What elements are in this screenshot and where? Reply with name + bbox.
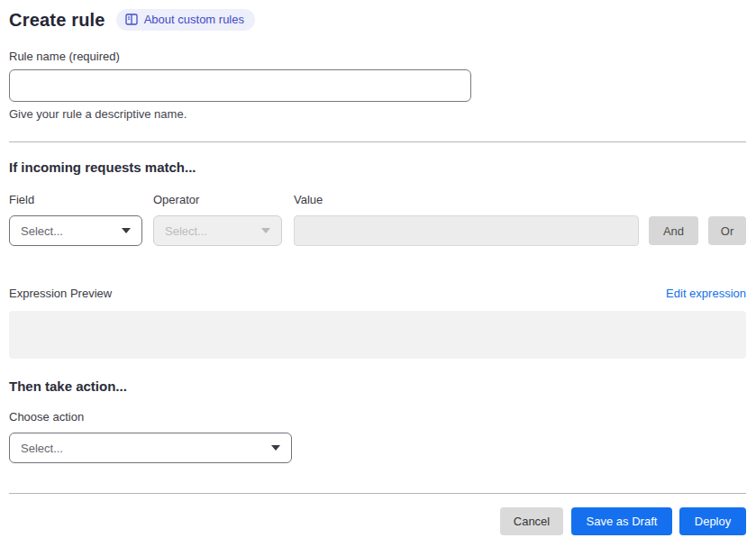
footer-actions: Cancel Save as Draft Deploy	[9, 507, 746, 535]
or-button[interactable]: Or	[708, 216, 746, 245]
and-button[interactable]: And	[649, 216, 698, 245]
operator-select: Select...	[153, 215, 282, 246]
rule-name-helper: Give your rule a descriptive name.	[9, 107, 746, 121]
footer-divider	[9, 493, 746, 494]
value-label: Value	[294, 193, 639, 206]
section-divider	[9, 141, 746, 142]
book-icon	[125, 14, 138, 25]
field-column: Field Select...	[9, 193, 142, 246]
expression-preview-row: Expression Preview Edit expression	[9, 287, 746, 300]
chevron-down-icon	[122, 228, 131, 233]
choose-action-value: Select...	[21, 442, 63, 455]
deploy-button[interactable]: Deploy	[679, 507, 746, 535]
cancel-button[interactable]: Cancel	[500, 507, 563, 535]
condition-builder-row: Field Select... Operator Select... Value…	[9, 193, 746, 246]
value-input	[294, 215, 639, 246]
operator-label: Operator	[153, 193, 282, 206]
field-select-value: Select...	[21, 224, 63, 238]
chevron-down-icon	[271, 445, 280, 451]
create-rule-page: Create rule About custom rules Rule name…	[0, 0, 756, 535]
rule-name-label: Rule name (required)	[9, 50, 746, 63]
field-label: Field	[9, 193, 142, 206]
match-section-heading: If incoming requests match...	[9, 160, 746, 175]
choose-action-select[interactable]: Select...	[9, 433, 292, 463]
badge-label: About custom rules	[144, 14, 244, 25]
action-section-heading: Then take action...	[9, 378, 746, 394]
page-title: Create rule	[9, 10, 105, 31]
field-select[interactable]: Select...	[9, 215, 142, 246]
page-header: Create rule About custom rules	[9, 9, 746, 31]
rule-name-input[interactable]	[9, 69, 471, 102]
value-column: Value	[294, 193, 639, 246]
about-custom-rules-badge[interactable]: About custom rules	[116, 9, 255, 31]
andor-group: And Or	[649, 216, 746, 246]
choose-action-label: Choose action	[9, 410, 746, 424]
operator-column: Operator Select...	[153, 193, 282, 246]
save-as-draft-button[interactable]: Save as Draft	[571, 507, 672, 535]
expression-preview-label: Expression Preview	[9, 287, 112, 300]
operator-select-value: Select...	[165, 224, 207, 238]
chevron-down-icon	[261, 228, 270, 233]
edit-expression-link[interactable]: Edit expression	[666, 287, 746, 300]
expression-preview-box	[9, 311, 746, 359]
